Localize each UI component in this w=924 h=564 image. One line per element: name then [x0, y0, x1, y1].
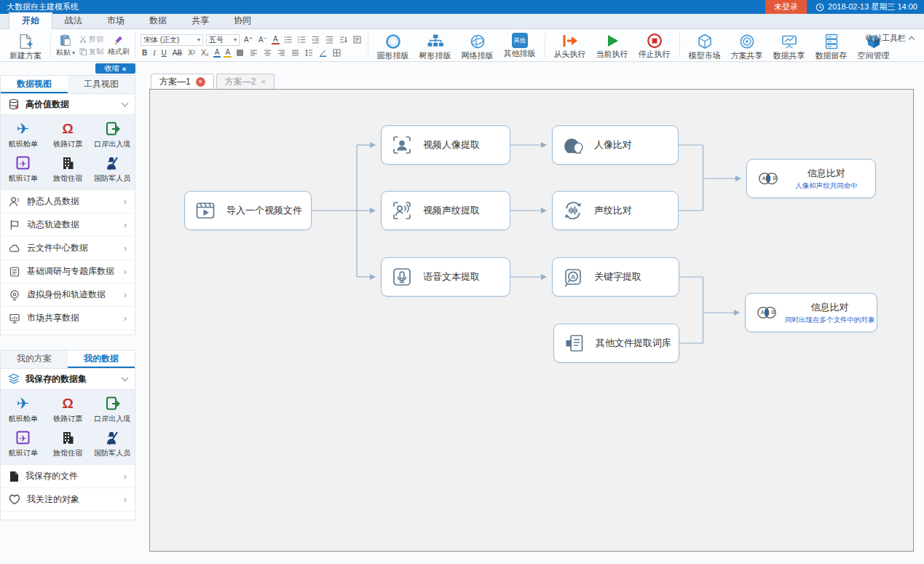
airplane-icon: ✈ — [17, 395, 30, 412]
shrink-font-button[interactable]: A⁻ — [257, 36, 269, 44]
line-spacing-button[interactable] — [304, 49, 315, 57]
node-info-compare-2[interactable]: AB 信息比对 同时出现在多个文件中的对象 — [745, 293, 877, 332]
circle-layout-button[interactable]: 圆形排版 — [372, 31, 414, 60]
dataset-railway-ticket[interactable]: Ω 铁路订票 — [45, 117, 90, 152]
node-face-compare[interactable]: 人像比对 — [552, 125, 679, 165]
dataset-hotel-stay[interactable]: 旅馆住宿 — [45, 426, 90, 461]
sort-button[interactable] — [338, 36, 349, 44]
phonetic-guide-button[interactable]: A — [272, 35, 280, 44]
shading-button[interactable] — [317, 49, 328, 57]
align-center-button[interactable] — [262, 49, 273, 57]
clipboard-group: 粘贴 ▾ 剪切 复制 格式刷 — [55, 31, 131, 60]
align-right-button[interactable] — [276, 49, 287, 57]
ribbon-tab-share[interactable]: 共享 — [179, 12, 221, 28]
sidebar-item-virtual-identity-data[interactable]: 虚拟身份和轨迹数据 › — [1, 283, 135, 307]
paste-button[interactable]: 粘贴 ▾ — [56, 34, 75, 58]
data-retention-button[interactable]: 数据留存 — [810, 31, 853, 60]
ribbon-tab-collab[interactable]: 协同 — [221, 12, 264, 28]
run-from-start-button[interactable]: 从头执行 — [549, 31, 591, 60]
new-plan-button[interactable]: 新建方案 — [4, 31, 47, 60]
node-video-voiceprint-extract[interactable]: 视频声纹提取 — [381, 191, 510, 230]
ribbon-separator — [50, 33, 51, 58]
sidebar-item-static-person-data[interactable]: 静态人员数据 › — [1, 190, 135, 214]
node-video-face-extract[interactable]: 视频人像提取 — [381, 125, 510, 165]
copy-button[interactable]: 复制 — [78, 46, 105, 58]
tab-my-plans[interactable]: 我的方案 — [1, 350, 68, 368]
justify-button[interactable] — [290, 49, 301, 57]
tab-tool-view[interactable]: 工具视图 — [68, 76, 135, 93]
run-current-button[interactable]: 当前执行 — [591, 31, 633, 60]
format-painter-button[interactable]: 格式刷 — [108, 34, 130, 57]
sidebar-item-market-share-data[interactable]: 市场共享数据 › — [1, 307, 135, 330]
dataset-flight-manifest[interactable]: ✈ 航班舱单 — [1, 117, 45, 152]
data-share-button[interactable]: 数据共享 — [768, 31, 810, 60]
font-color-button[interactable]: A — [213, 48, 221, 58]
tree-layout-button[interactable]: 树形排版 — [414, 31, 457, 60]
node-other-files-lexicon[interactable]: 其他文件提取词库 — [553, 324, 679, 363]
show-marks-button[interactable] — [352, 36, 363, 44]
dataset-border-entry[interactable]: 口岸出入境 — [90, 117, 135, 152]
dataset-flight-order[interactable]: ✈ 航班订单 — [1, 152, 45, 186]
ribbon-tab-market[interactable]: 市场 — [95, 12, 137, 28]
borders-button[interactable] — [331, 49, 342, 57]
grow-font-button[interactable]: A⁺ — [242, 36, 254, 44]
superscript-button[interactable]: X² — [186, 49, 197, 57]
node-import-video[interactable]: 导入一个视频文件 — [184, 191, 312, 230]
format-painter-icon — [113, 34, 125, 46]
outdent-button[interactable] — [310, 36, 321, 44]
node-speech-to-text[interactable]: 语音文本提取 — [381, 257, 510, 297]
dataset-hotel-stay[interactable]: 旅馆住宿 — [45, 152, 90, 186]
plan-share-button[interactable]: 方案共享 — [726, 31, 768, 60]
node-voiceprint-compare[interactable]: 声纹比对 — [552, 191, 679, 230]
scissors-icon — [79, 36, 87, 43]
other-layout-button[interactable]: 其他 其他排版 — [499, 31, 541, 60]
workspace-tab-plan1[interactable]: 方案—1 × — [151, 74, 214, 89]
soldier-icon — [104, 429, 120, 447]
sidebar-item-my-saved-files[interactable]: 我保存的文件 › — [1, 465, 135, 488]
sidebar-collapse-button[interactable]: 收缩 « — [95, 63, 135, 74]
dataset-military-personnel[interactable]: 国防军人员 — [90, 426, 135, 461]
underline-button[interactable]: U — [160, 49, 168, 57]
section-high-value-data[interactable]: 高价值数据 — [1, 94, 135, 115]
workspace-tab-plan2[interactable]: 方案—2 × — [216, 74, 275, 89]
stop-button[interactable]: 停止执行 — [633, 31, 676, 60]
tab-data-view[interactable]: 数据视图 — [1, 76, 68, 93]
sidebar-item-dynamic-track-data[interactable]: 动态轨迹数据 › — [1, 214, 135, 237]
char-border-button[interactable] — [234, 49, 245, 57]
subscript-button[interactable]: X₂ — [200, 49, 210, 57]
section-my-saved-datasets[interactable]: 我保存的数据集 — [1, 369, 135, 390]
ribbon-tab-start[interactable]: 开始 — [9, 11, 52, 29]
bullet-list-button[interactable] — [283, 36, 293, 44]
sidebar-item-research-library-data[interactable]: 基础调研与专题库数据 › — [1, 260, 135, 283]
login-status-badge[interactable]: 未登录 — [765, 0, 807, 14]
dataset-military-personnel[interactable]: 国防军人员 — [90, 152, 135, 186]
cut-button[interactable]: 剪切 — [78, 34, 105, 45]
font-size-select[interactable]: 五号 ▾ — [206, 34, 240, 46]
node-keyword-extract[interactable]: A 关键字提取 — [552, 257, 679, 297]
close-tab-icon[interactable]: × — [196, 77, 205, 87]
numbered-list-button[interactable] — [296, 36, 307, 44]
network-layout-button[interactable]: 网络排版 — [457, 31, 499, 60]
font-name-select[interactable]: 宋体 (正文) ▾ — [141, 34, 203, 46]
model-market-button[interactable]: 模型市场 — [684, 31, 726, 60]
dataset-flight-manifest[interactable]: ✈ 航班舱单 — [1, 392, 45, 426]
indent-button[interactable] — [324, 36, 335, 44]
dataset-railway-ticket[interactable]: Ω 铁路订票 — [45, 392, 90, 426]
ribbon-tab-tactics[interactable]: 战法 — [52, 12, 95, 28]
bold-button[interactable]: B — [141, 49, 149, 57]
node-info-compare-1[interactable]: AB 信息比对 人像和声纹共同命中 — [746, 159, 876, 198]
close-tab-icon[interactable]: × — [261, 77, 265, 86]
railway-icon: Ω — [62, 120, 73, 138]
highlight-button[interactable]: A — [224, 48, 232, 58]
align-left-button[interactable] — [248, 49, 259, 57]
italic-button[interactable]: I — [151, 49, 157, 57]
strikethrough-button[interactable]: AB — [171, 49, 183, 57]
collapse-toolbar-button[interactable]: 收起工具栏 — [866, 33, 914, 44]
ribbon-tab-data[interactable]: 数据 — [137, 12, 179, 28]
dataset-flight-order[interactable]: ✈ 航班订单 — [1, 426, 45, 461]
sidebar-item-cloud-file-data[interactable]: 云文件中心数据 › — [1, 237, 135, 260]
flow-canvas[interactable]: 导入一个视频文件 视频人像提取 视频声纹提取 语音文本提取 人像比对 声纹比对 … — [149, 89, 914, 552]
tab-my-data[interactable]: 我的数据 — [68, 350, 135, 368]
sidebar-item-my-followed-objects[interactable]: 我关注的对象 › — [1, 488, 135, 512]
dataset-border-entry[interactable]: 口岸出入境 — [90, 392, 135, 426]
